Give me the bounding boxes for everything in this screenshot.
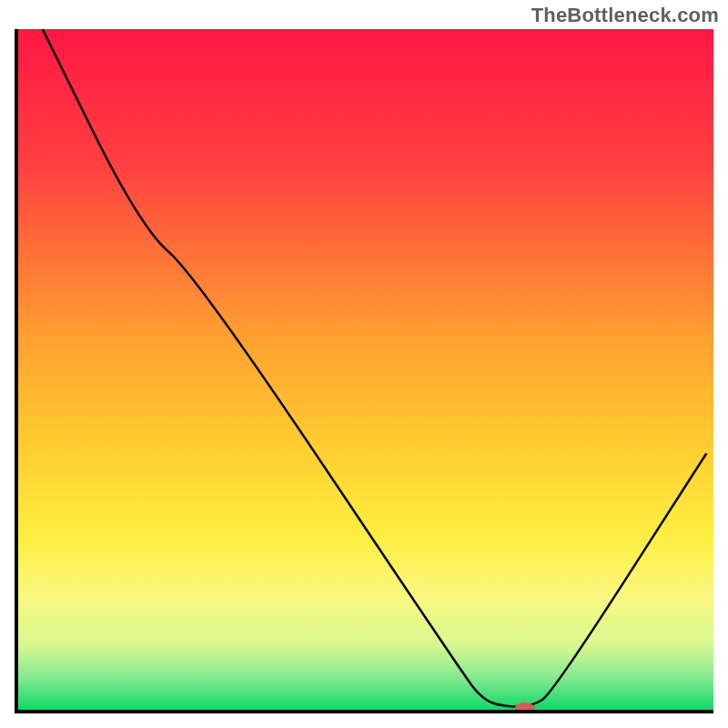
chart-container: TheBottleneck.com — [0, 0, 728, 728]
watermark-text: TheBottleneck.com — [531, 4, 719, 27]
chart-axes-frame — [15, 29, 713, 713]
